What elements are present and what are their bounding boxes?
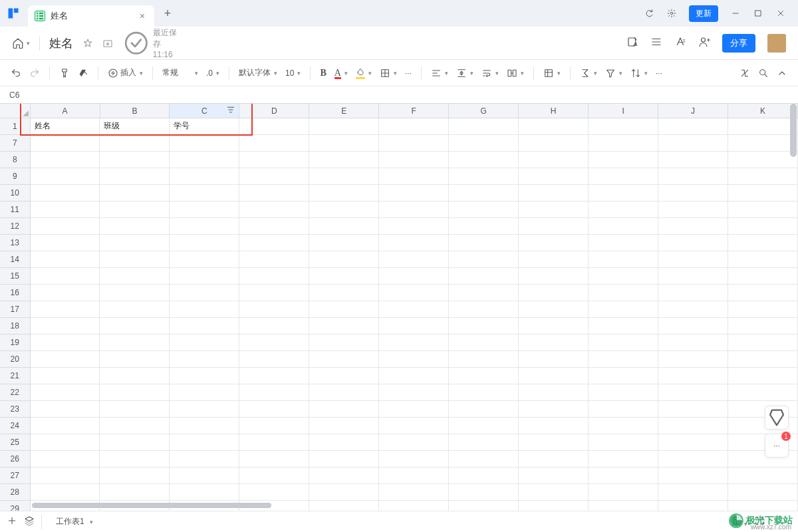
cell[interactable]	[309, 218, 379, 235]
cell[interactable]	[589, 334, 658, 351]
share-button[interactable]: 分享	[722, 34, 755, 53]
number-format-dropdown[interactable]: 常规▾	[161, 65, 200, 81]
cell[interactable]	[519, 318, 589, 334]
cell[interactable]	[449, 168, 519, 185]
spreadsheet-grid[interactable]: ABCDEFGHIJK 1姓名班级学号789101112131415161718…	[0, 104, 798, 511]
cell[interactable]	[728, 185, 798, 201]
window-maximize-icon[interactable]	[753, 8, 763, 19]
cell[interactable]	[239, 251, 309, 268]
cell[interactable]	[519, 384, 589, 401]
row-header[interactable]: 13	[0, 235, 31, 251]
row-header[interactable]: 23	[0, 401, 31, 418]
cell[interactable]	[309, 467, 379, 484]
cell[interactable]	[728, 218, 798, 235]
row-header[interactable]: 16	[0, 285, 31, 301]
cell[interactable]	[239, 185, 309, 201]
cell[interactable]	[519, 467, 589, 484]
cell[interactable]	[100, 218, 170, 235]
horizontal-scrollbar-track[interactable]	[32, 503, 785, 509]
view-mode-button[interactable]: ▾	[732, 515, 747, 528]
cell[interactable]	[100, 434, 170, 451]
sheet-tab-active[interactable]: 工作表1 ▾	[49, 513, 100, 531]
cell[interactable]	[379, 451, 449, 467]
cell[interactable]	[309, 185, 379, 201]
cell[interactable]	[31, 152, 100, 168]
cell[interactable]	[519, 334, 589, 351]
cell[interactable]	[658, 351, 728, 368]
bold-button[interactable]: B	[319, 65, 327, 81]
row-header[interactable]: 12	[0, 218, 31, 235]
formula-button[interactable]: ▾	[579, 65, 598, 81]
cell[interactable]	[31, 318, 100, 334]
cell[interactable]	[519, 301, 589, 318]
cell[interactable]	[309, 451, 379, 467]
cell[interactable]	[100, 301, 170, 318]
user-avatar[interactable]	[767, 34, 786, 53]
cell[interactable]	[589, 301, 658, 318]
cell[interactable]	[31, 451, 100, 467]
text-color-button[interactable]: A▾	[333, 65, 349, 81]
cell[interactable]	[170, 318, 239, 334]
cell[interactable]	[589, 418, 658, 434]
cell[interactable]	[728, 301, 798, 318]
cell[interactable]	[309, 318, 379, 334]
cell[interactable]	[519, 168, 589, 185]
cell[interactable]	[309, 368, 379, 384]
cell[interactable]	[658, 484, 728, 501]
cell[interactable]	[519, 185, 589, 201]
cell[interactable]	[100, 251, 170, 268]
borders-button[interactable]: ▾	[378, 65, 398, 81]
cell[interactable]	[31, 285, 100, 301]
cell[interactable]	[728, 135, 798, 152]
conditional-format-button[interactable]: ▾	[542, 65, 562, 81]
cell[interactable]	[239, 218, 309, 235]
cell[interactable]	[100, 401, 170, 418]
row-header[interactable]: 28	[0, 484, 31, 501]
cell[interactable]	[31, 135, 100, 152]
row-header[interactable]: 11	[0, 201, 31, 218]
cell[interactable]	[379, 135, 449, 152]
cell[interactable]	[658, 285, 728, 301]
cell[interactable]	[239, 301, 309, 318]
cell[interactable]	[100, 235, 170, 251]
cell[interactable]	[379, 384, 449, 401]
cell[interactable]	[379, 218, 449, 235]
cell[interactable]	[309, 268, 379, 285]
cell[interactable]	[658, 434, 728, 451]
row-header[interactable]: 9	[0, 168, 31, 185]
cell[interactable]	[519, 401, 589, 418]
cell[interactable]	[239, 334, 309, 351]
cell[interactable]	[728, 318, 798, 334]
cell[interactable]: 班级	[100, 118, 170, 135]
cell[interactable]	[309, 235, 379, 251]
cell[interactable]	[728, 351, 798, 368]
column-header-H[interactable]: H	[519, 104, 589, 118]
cell[interactable]	[239, 434, 309, 451]
cell[interactable]	[449, 334, 519, 351]
cell[interactable]	[170, 168, 239, 185]
cell[interactable]	[379, 152, 449, 168]
toolbar-more-icon[interactable]: ···	[654, 66, 664, 80]
cell[interactable]	[728, 384, 798, 401]
all-sheets-button[interactable]	[24, 515, 35, 528]
cell[interactable]	[519, 351, 589, 368]
cell[interactable]	[100, 484, 170, 501]
cell[interactable]	[31, 201, 100, 218]
decimal-button[interactable]: .0▾	[205, 66, 221, 80]
cell[interactable]	[589, 135, 658, 152]
cell[interactable]	[519, 268, 589, 285]
cell[interactable]	[658, 235, 728, 251]
cell[interactable]	[239, 467, 309, 484]
row-header[interactable]: 29	[0, 501, 31, 511]
cell[interactable]	[519, 484, 589, 501]
cell[interactable]	[100, 268, 170, 285]
cell[interactable]	[589, 235, 658, 251]
freeze-button[interactable]	[738, 65, 751, 81]
cell[interactable]	[100, 168, 170, 185]
cell[interactable]	[449, 218, 519, 235]
cell[interactable]	[589, 451, 658, 467]
cell[interactable]	[589, 484, 658, 501]
list-icon[interactable]	[650, 36, 662, 50]
cell[interactable]	[519, 434, 589, 451]
cell[interactable]	[100, 318, 170, 334]
